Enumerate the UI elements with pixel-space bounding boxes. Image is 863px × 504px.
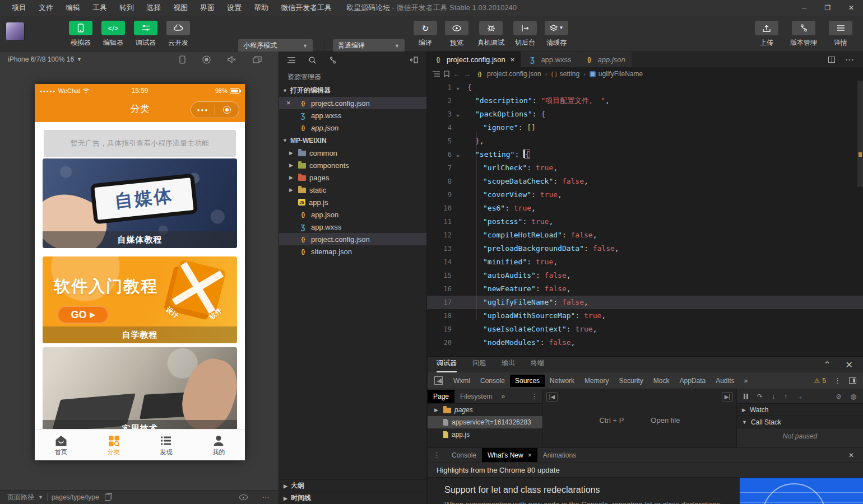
devtools-tab[interactable]: Audits [711, 375, 739, 387]
category-card-skills[interactable]: 实用技术 [43, 347, 237, 429]
preview-button[interactable]: 预览 [442, 21, 471, 48]
devtools-tab[interactable]: Security [614, 375, 648, 387]
branch-icon[interactable] [330, 57, 336, 64]
back-icon[interactable]: ← [453, 70, 460, 78]
sources-tab-page[interactable]: Page [428, 390, 454, 403]
capsule-menu[interactable]: ●●● [191, 101, 239, 118]
drawer-tab-console[interactable]: Console [446, 448, 482, 463]
path-label[interactable]: 页面路径 [7, 493, 34, 502]
code-line[interactable]: 9 "coverView": true, [427, 188, 863, 202]
article-title[interactable]: Support for let and class redeclarations [444, 485, 600, 495]
close-icon[interactable]: ✕ [846, 360, 853, 370]
code-line[interactable]: 12 "compileHotReLoad": false, [427, 228, 863, 242]
open-file-action[interactable]: Open file [651, 416, 680, 424]
code-line[interactable]: 20 "nodeModules": false, [427, 336, 863, 349]
fold-icon[interactable]: ⌄ [452, 81, 464, 94]
devtools-tab[interactable]: Network [545, 375, 579, 387]
more-dots-icon[interactable]: ⋯ [845, 54, 854, 65]
editor-tab-app-json[interactable]: app.json [578, 52, 632, 67]
go-button[interactable]: GO▶ [57, 306, 109, 324]
tab-profile[interactable]: 我的 [192, 430, 245, 460]
tree-item[interactable]: ▶ app.wxss [279, 221, 426, 233]
editor-toggle-button[interactable]: </> 编辑器 [99, 21, 128, 48]
details-button[interactable]: 详情 [826, 21, 855, 48]
code-line[interactable]: 16 "newFeature": false, [427, 282, 863, 296]
fold-icon[interactable] [452, 242, 464, 255]
outline-list-icon[interactable] [433, 71, 440, 77]
devtools-tab[interactable]: Mock [648, 375, 675, 387]
fold-icon[interactable] [452, 215, 464, 228]
menu-item[interactable]: 设置 [221, 0, 248, 16]
fold-icon[interactable] [452, 255, 464, 269]
remote-debug-button[interactable]: 真机调试 [474, 21, 508, 48]
editor-scrollbar[interactable] [857, 81, 863, 356]
devtools-tab[interactable]: AppData [674, 375, 711, 387]
code-line[interactable]: 18 "uploadWithSourceMap": true, [427, 309, 863, 323]
upload-button[interactable]: 上传 [752, 21, 781, 48]
menu-item[interactable]: 工具 [86, 0, 113, 16]
devtools-tab[interactable]: Wxml [448, 375, 475, 387]
fold-icon[interactable] [452, 134, 464, 148]
tree-item[interactable]: ▶ static [279, 184, 426, 196]
code-line[interactable]: 15 "autoAudits": false, [427, 269, 863, 282]
tree-item[interactable]: ▶ project.config.json [279, 233, 426, 245]
close-icon[interactable]: ✕ [848, 451, 863, 459]
close-icon[interactable]: × [528, 451, 532, 459]
close-icon[interactable]: × [511, 55, 515, 64]
more-tabs-icon[interactable]: » [498, 393, 508, 400]
tree-item[interactable]: ▶ components [279, 159, 426, 171]
bookmark-icon[interactable] [444, 71, 449, 77]
watch-section[interactable]: ▶ Watch [737, 404, 863, 416]
pause-icon[interactable] [744, 394, 748, 399]
fold-icon[interactable] [452, 309, 464, 323]
code-area[interactable]: 1 ⌄ { 2 "description": "项目配置文件。 ", 3 ⌄ "… [427, 81, 863, 356]
tree-item[interactable]: ▶ app.js [279, 196, 426, 208]
code-line[interactable]: 6 ⌄ "setting": { [427, 148, 863, 161]
inspect-icon[interactable] [434, 376, 443, 385]
category-card-software[interactable]: 软件入门教程 GO▶ 设计 软件 自学教程 [43, 256, 237, 343]
fold-icon[interactable] [452, 269, 464, 282]
step-into-icon[interactable]: ↓ [772, 393, 775, 400]
record-icon[interactable] [202, 55, 211, 64]
next-file-icon[interactable]: ▶| [722, 392, 733, 402]
debugger-tab[interactable]: 调试器 [437, 358, 457, 372]
clear-cache-button[interactable]: ▼ 清缓存 [542, 21, 571, 48]
step-over-icon[interactable]: ↷ [757, 393, 763, 400]
simulator-toggle-button[interactable]: 模拟器 [66, 21, 95, 48]
menu-item[interactable]: 帮助 [248, 0, 275, 16]
fold-icon[interactable] [452, 175, 464, 188]
kebab-menu-icon[interactable]: ⋮ [428, 451, 446, 459]
fold-icon[interactable]: ⌄ [452, 108, 464, 121]
fold-icon[interactable] [452, 202, 464, 215]
drawer-tab-animations[interactable]: Animations [537, 448, 582, 463]
tree-item[interactable]: ▶ sitemap.json [279, 245, 426, 258]
multi-window-icon[interactable] [253, 56, 262, 63]
tab-discover[interactable]: 发现 [140, 430, 193, 460]
category-card-media[interactable]: 自媒体 自媒体教程 [43, 158, 237, 248]
step-out-icon[interactable]: ↑ [784, 393, 787, 400]
code-line[interactable]: 11 "postcss": true, [427, 215, 863, 228]
debugger-tab[interactable]: 问题 [472, 358, 486, 372]
fold-icon[interactable] [452, 336, 464, 349]
code-line[interactable]: 3 ⌄ "packOptions": { [427, 108, 863, 121]
menu-item[interactable]: 微信开发者工具 [275, 0, 338, 16]
menu-item[interactable]: 选择 [140, 0, 167, 16]
timeline-section[interactable]: ▶时间线 [279, 492, 426, 504]
menu-item[interactable]: 文件 [33, 0, 59, 16]
pause-on-exceptions-icon[interactable]: ◍ [851, 393, 856, 400]
breadcrumb-field[interactable]: uglifyFileName [590, 70, 643, 78]
mode-select[interactable]: 小程序模式▼ [238, 39, 313, 52]
drawer-tab-whats-new[interactable]: What's New × [482, 448, 537, 463]
cloud-dev-button[interactable]: 云开发 [164, 21, 193, 48]
prev-file-icon[interactable]: |◀ [546, 392, 558, 402]
maximize-button[interactable]: ❐ [816, 0, 839, 16]
to-background-button[interactable]: 切后台 [511, 21, 540, 48]
open-editor-item[interactable]: × app.wxss [279, 109, 426, 122]
compile-button[interactable]: ↻ 编译 [411, 21, 440, 48]
code-line[interactable]: 17 "uglifyFileName": false, [427, 296, 863, 309]
eye-icon[interactable] [239, 494, 248, 500]
menu-item[interactable]: 视图 [167, 0, 194, 16]
editor-tab-project-config[interactable]: project.config.json × [427, 52, 521, 67]
code-line[interactable]: 7 "urlCheck": true, [427, 161, 863, 175]
source-tree-item[interactable]: ▶ app.js [428, 428, 542, 441]
